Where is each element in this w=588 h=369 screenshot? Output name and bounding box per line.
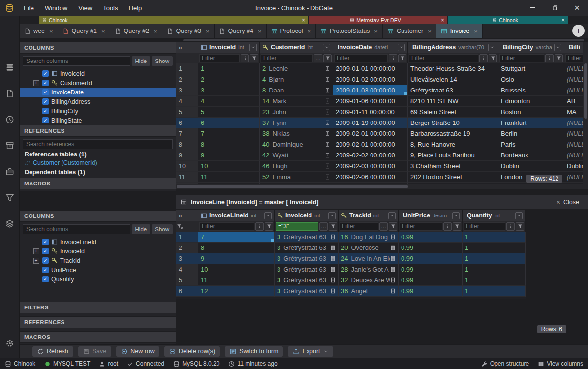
restore-button[interactable] [544,0,566,16]
tab-wee[interactable]: wee× [20,24,58,38]
minimize-button[interactable] [522,0,544,16]
cell-invoicedate-row-3[interactable]: 2009-01-03 00:00:00 [333,85,408,96]
filter-input-invoiceid[interactable] [199,54,240,62]
macros-section-header[interactable]: MACROS [20,178,176,189]
cell-billingaddress-row-7[interactable]: Barbarossastraße 19 [408,128,498,139]
filter-picker-icon[interactable]: … [379,222,388,231]
column-item-unitprice[interactable]: ✓UnitPrice [20,265,176,275]
column-item-quantity[interactable]: ✓Quantity [20,275,176,284]
column-item-billingcity[interactable]: ✓BillingCity [20,106,176,116]
filter-input-customerid[interactable] [261,54,313,62]
close-tab-icon[interactable]: × [49,28,53,35]
cell-unitprice-row-2[interactable]: 0.99 [399,243,463,253]
column-dropdown-button[interactable] [515,212,523,219]
reset-filter-button[interactable] [177,223,183,230]
sidebar-connections-icon[interactable] [5,63,15,73]
filter-menu-icon[interactable] [389,54,397,62]
tab-protocolstatus[interactable]: ProtocolStatus× [316,24,383,38]
column-header-trackid[interactable]: TrackIdint [339,210,399,221]
close-tab-icon[interactable]: × [154,28,157,35]
filter-input-invoicelineid[interactable] [199,222,254,231]
cell-quantity-row-5[interactable]: 1 [463,275,526,286]
connection-metrostav-evr-dev[interactable]: Metrostav-Evr-DEV× [309,16,447,24]
row-header-1[interactable]: 1 [176,232,198,243]
column-item-trackid[interactable]: +✓TrackId [20,256,176,265]
cell-invoicedate-row-10[interactable]: 2009-02-03 00:00:00 [333,161,408,172]
column-dropdown-button[interactable] [488,44,495,51]
column-dropdown-button[interactable] [249,44,257,51]
search-references-input[interactable] [23,139,173,149]
cell-unitprice-row-5[interactable]: 0.99 [399,275,463,286]
columns-section-header[interactable]: COLUMNS [20,210,176,222]
show-columns-button[interactable]: Show [152,224,173,234]
cell-billingcity-row-9[interactable]: Bordeaux [498,150,564,161]
column-header-invoicedate[interactable]: InvoiceDatedateti [333,42,408,53]
hide-columns-button[interactable]: Hide [132,224,151,234]
checkbox-icon[interactable]: ✓ [42,70,49,77]
checkbox-icon[interactable]: ✓ [42,239,49,245]
checkbox-icon[interactable]: ✓ [42,89,49,95]
row-header-3[interactable]: 3 [176,253,198,264]
close-connection-icon[interactable]: × [302,17,305,23]
connection-chinook[interactable]: Chinook× [39,16,308,24]
cell-trackid-row-3[interactable]: 24Love In An Elevator [339,253,399,264]
close-tab-icon[interactable]: × [474,28,478,35]
row-header-6[interactable]: 6 [176,286,198,297]
cell-invoiceid-row-3[interactable]: 3Grétrystraat 63 [275,253,339,264]
save-button[interactable]: Save [78,346,112,357]
tab-invoice[interactable]: Invoice× [436,24,483,38]
tab-customer[interactable]: Customer× [383,24,436,38]
menu-file[interactable]: File [18,2,39,14]
menu-help[interactable]: Help [124,2,148,14]
status-connected[interactable]: Connected [127,360,164,367]
cell-invoiceid-row-9[interactable]: 9 [198,150,260,161]
hide-columns-button[interactable]: Hide [132,56,151,66]
sidebar-history-icon[interactable] [5,115,15,125]
sidebar-archive-icon[interactable] [5,141,15,151]
cell-unitprice-row-4[interactable]: 0.99 [399,264,463,275]
cell-customerid-row-7[interactable]: 38Niklas [260,128,333,139]
cell-billingaddress-row-5[interactable]: 69 Salem Street [408,107,498,118]
refresh-button[interactable]: Refresh [32,346,73,357]
cell-unitprice-row-1[interactable]: 0.99 [399,232,463,243]
collapse-columns-button[interactable]: « [176,42,198,53]
column-item-customerid[interactable]: +✓CustomerId [20,78,176,88]
cell-invoicedate-row-9[interactable]: 2009-02-02 00:00:00 [333,150,408,161]
close-tab-icon[interactable]: × [307,28,311,35]
cell-invoicedate-row-7[interactable]: 2009-02-01 00:00:00 [333,128,408,139]
delete-row-s-button[interactable]: Delete row(s) [164,346,220,357]
cell-billingcity-row-8[interactable]: Paris [498,139,564,150]
connection-chinook[interactable]: Chinook× [448,16,568,24]
horizontal-scrollbar[interactable] [176,184,588,189]
cell-billingcity-row-1[interactable]: Stuttgart [498,63,564,74]
column-item-billingstate[interactable]: ✓BillingState [20,116,176,125]
sidebar-settings-icon[interactable] [5,339,15,349]
cell-quantity-row-4[interactable]: 1 [463,264,526,275]
menu-view[interactable]: View [73,2,97,14]
checkbox-icon[interactable]: ✓ [42,257,49,264]
sidebar-query-designer-icon[interactable] [5,193,15,203]
checkbox-icon[interactable]: ✓ [42,80,49,86]
cell-invoiceid-row-6[interactable]: 6 [198,118,260,128]
cell-invoiceid-row-3[interactable]: 3 [198,85,260,96]
row-header-5[interactable]: 5 [176,107,198,118]
cell-invoicelineid-row-1[interactable]: 7 [198,232,275,243]
filter-input-invoiceid[interactable] [276,222,318,231]
sidebar-applications-icon[interactable] [5,167,15,177]
cell-customerid-row-3[interactable]: 8Daan [260,85,333,96]
filter-picker-icon[interactable]: … [319,222,328,231]
new-tab-button[interactable]: + [572,25,585,37]
status-chinook[interactable]: Chinook [5,360,35,367]
cell-invoicedate-row-4[interactable]: 2009-01-06 00:00:00 [333,96,408,107]
tab-scrollbar[interactable] [183,39,584,41]
filter-menu-icon[interactable] [506,222,515,231]
filter-menu-icon[interactable] [479,54,488,62]
filter-funnel-icon[interactable] [555,54,563,62]
cell-invoiceid-row-4[interactable]: 4 [198,96,260,107]
cell-invoicelineid-row-5[interactable]: 11 [198,275,275,286]
cell-invoiceid-row-11[interactable]: 11 [198,172,260,183]
status-mysql-test[interactable]: MYSQL TEST [44,360,90,367]
close-connection-icon[interactable]: × [441,17,444,23]
column-dropdown-button[interactable] [554,44,561,51]
checkbox-icon[interactable]: ✓ [42,276,49,282]
